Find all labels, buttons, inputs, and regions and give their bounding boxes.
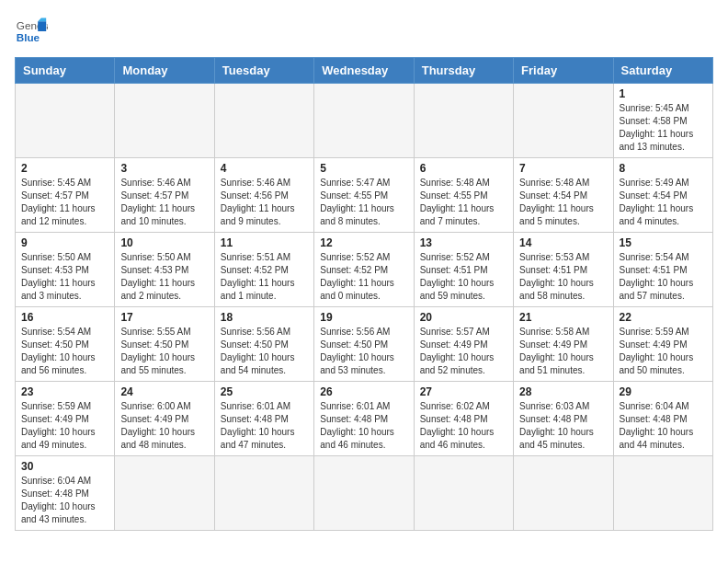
day-info: Sunrise: 5:50 AM Sunset: 4:53 PM Dayligh… <box>120 251 208 303</box>
weekday-header-tuesday: Tuesday <box>214 58 313 84</box>
calendar-row-6: 30Sunrise: 6:04 AM Sunset: 4:48 PM Dayli… <box>16 456 713 531</box>
day-info: Sunrise: 6:00 AM Sunset: 4:49 PM Dayligh… <box>120 400 208 452</box>
svg-text:Blue: Blue <box>17 31 40 43</box>
calendar-cell <box>115 84 214 158</box>
calendar-cell: 12Sunrise: 5:52 AM Sunset: 4:52 PM Dayli… <box>314 233 414 307</box>
day-number: 13 <box>420 236 507 249</box>
calendar-cell: 10Sunrise: 5:50 AM Sunset: 4:53 PM Dayli… <box>115 233 214 307</box>
day-info: Sunrise: 6:01 AM Sunset: 4:48 PM Dayligh… <box>221 400 308 452</box>
calendar-row-1: 1Sunrise: 5:45 AM Sunset: 4:58 PM Daylig… <box>16 84 713 158</box>
day-number: 5 <box>320 162 407 175</box>
calendar-cell: 16Sunrise: 5:54 AM Sunset: 4:50 PM Dayli… <box>16 307 115 382</box>
day-info: Sunrise: 5:54 AM Sunset: 4:50 PM Dayligh… <box>21 326 108 377</box>
day-number: 3 <box>120 162 208 175</box>
day-info: Sunrise: 5:49 AM Sunset: 4:54 PM Dayligh… <box>620 177 707 228</box>
weekday-header-friday: Friday <box>514 58 613 84</box>
day-info: Sunrise: 6:01 AM Sunset: 4:48 PM Dayligh… <box>320 400 407 452</box>
calendar-cell: 18Sunrise: 5:56 AM Sunset: 4:50 PM Dayli… <box>214 307 313 382</box>
calendar-cell <box>414 84 513 158</box>
day-info: Sunrise: 5:56 AM Sunset: 4:50 PM Dayligh… <box>221 326 308 377</box>
day-info: Sunrise: 5:51 AM Sunset: 4:52 PM Dayligh… <box>221 251 308 303</box>
day-info: Sunrise: 5:52 AM Sunset: 4:52 PM Dayligh… <box>320 251 407 303</box>
day-info: Sunrise: 5:57 AM Sunset: 4:49 PM Dayligh… <box>420 326 507 377</box>
day-number: 20 <box>420 311 507 324</box>
page-header: General Blue <box>15 15 713 48</box>
calendar-cell: 7Sunrise: 5:48 AM Sunset: 4:54 PM Daylig… <box>514 158 613 233</box>
calendar-cell: 24Sunrise: 6:00 AM Sunset: 4:49 PM Dayli… <box>115 382 214 456</box>
day-number: 14 <box>519 236 607 249</box>
day-number: 11 <box>221 236 308 249</box>
calendar-cell: 3Sunrise: 5:46 AM Sunset: 4:57 PM Daylig… <box>115 158 214 233</box>
calendar-cell: 1Sunrise: 5:45 AM Sunset: 4:58 PM Daylig… <box>613 84 712 158</box>
calendar-cell-empty <box>514 456 613 531</box>
calendar-cell-empty <box>314 456 414 531</box>
day-info: Sunrise: 5:48 AM Sunset: 4:55 PM Dayligh… <box>420 177 507 228</box>
calendar-cell: 26Sunrise: 6:01 AM Sunset: 4:48 PM Dayli… <box>314 382 414 456</box>
day-info: Sunrise: 5:45 AM Sunset: 4:58 PM Dayligh… <box>620 102 707 154</box>
calendar-cell <box>514 84 613 158</box>
day-info: Sunrise: 5:45 AM Sunset: 4:57 PM Dayligh… <box>21 177 108 228</box>
day-info: Sunrise: 5:52 AM Sunset: 4:51 PM Dayligh… <box>420 251 507 303</box>
day-info: Sunrise: 5:46 AM Sunset: 4:56 PM Dayligh… <box>221 177 308 228</box>
calendar-cell: 23Sunrise: 5:59 AM Sunset: 4:49 PM Dayli… <box>16 382 115 456</box>
calendar-cell-empty <box>214 456 313 531</box>
calendar-cell: 29Sunrise: 6:04 AM Sunset: 4:48 PM Dayli… <box>613 382 712 456</box>
day-info: Sunrise: 6:04 AM Sunset: 4:48 PM Dayligh… <box>620 400 707 452</box>
weekday-header-row: SundayMondayTuesdayWednesdayThursdayFrid… <box>16 58 713 84</box>
calendar-cell: 9Sunrise: 5:50 AM Sunset: 4:53 PM Daylig… <box>16 233 115 307</box>
calendar-cell: 15Sunrise: 5:54 AM Sunset: 4:51 PM Dayli… <box>613 233 712 307</box>
day-info: Sunrise: 5:58 AM Sunset: 4:49 PM Dayligh… <box>519 326 607 377</box>
day-number: 25 <box>221 385 308 398</box>
calendar-cell: 11Sunrise: 5:51 AM Sunset: 4:52 PM Dayli… <box>214 233 313 307</box>
calendar-cell-empty <box>613 456 712 531</box>
day-number: 10 <box>120 236 208 249</box>
day-number: 16 <box>21 311 108 324</box>
day-info: Sunrise: 5:56 AM Sunset: 4:50 PM Dayligh… <box>320 326 407 377</box>
calendar-cell: 19Sunrise: 5:56 AM Sunset: 4:50 PM Dayli… <box>314 307 414 382</box>
calendar-cell: 5Sunrise: 5:47 AM Sunset: 4:55 PM Daylig… <box>314 158 414 233</box>
calendar-cell: 30Sunrise: 6:04 AM Sunset: 4:48 PM Dayli… <box>16 456 115 531</box>
calendar-cell: 13Sunrise: 5:52 AM Sunset: 4:51 PM Dayli… <box>414 233 513 307</box>
day-info: Sunrise: 5:50 AM Sunset: 4:53 PM Dayligh… <box>21 251 108 303</box>
day-number: 4 <box>221 162 308 175</box>
svg-marker-2 <box>38 21 46 31</box>
day-number: 7 <box>519 162 607 175</box>
weekday-header-thursday: Thursday <box>414 58 513 84</box>
day-number: 22 <box>620 311 707 324</box>
calendar-table: SundayMondayTuesdayWednesdayThursdayFrid… <box>15 57 713 531</box>
calendar-cell: 25Sunrise: 6:01 AM Sunset: 4:48 PM Dayli… <box>214 382 313 456</box>
day-number: 17 <box>120 311 208 324</box>
day-info: Sunrise: 5:59 AM Sunset: 4:49 PM Dayligh… <box>620 326 707 377</box>
calendar-cell: 6Sunrise: 5:48 AM Sunset: 4:55 PM Daylig… <box>414 158 513 233</box>
calendar-cell: 22Sunrise: 5:59 AM Sunset: 4:49 PM Dayli… <box>613 307 712 382</box>
calendar-cell-empty <box>414 456 513 531</box>
weekday-header-saturday: Saturday <box>613 58 712 84</box>
day-number: 12 <box>320 236 407 249</box>
day-number: 2 <box>21 162 108 175</box>
day-number: 19 <box>320 311 407 324</box>
day-info: Sunrise: 5:53 AM Sunset: 4:51 PM Dayligh… <box>519 251 607 303</box>
day-number: 15 <box>620 236 707 249</box>
day-number: 21 <box>519 311 607 324</box>
weekday-header-sunday: Sunday <box>16 58 115 84</box>
day-info: Sunrise: 5:55 AM Sunset: 4:50 PM Dayligh… <box>120 326 208 377</box>
day-info: Sunrise: 6:03 AM Sunset: 4:48 PM Dayligh… <box>519 400 607 452</box>
day-info: Sunrise: 5:54 AM Sunset: 4:51 PM Dayligh… <box>620 251 707 303</box>
day-number: 24 <box>120 385 208 398</box>
calendar-row-5: 23Sunrise: 5:59 AM Sunset: 4:49 PM Dayli… <box>16 382 713 456</box>
day-number: 30 <box>21 460 108 473</box>
calendar-cell: 20Sunrise: 5:57 AM Sunset: 4:49 PM Dayli… <box>414 307 513 382</box>
calendar-cell: 28Sunrise: 6:03 AM Sunset: 4:48 PM Dayli… <box>514 382 613 456</box>
calendar-cell: 21Sunrise: 5:58 AM Sunset: 4:49 PM Dayli… <box>514 307 613 382</box>
day-number: 9 <box>21 236 108 249</box>
calendar-cell: 8Sunrise: 5:49 AM Sunset: 4:54 PM Daylig… <box>613 158 712 233</box>
calendar-cell <box>214 84 313 158</box>
day-info: Sunrise: 6:04 AM Sunset: 4:48 PM Dayligh… <box>21 475 108 526</box>
day-info: Sunrise: 5:46 AM Sunset: 4:57 PM Dayligh… <box>120 177 208 228</box>
day-info: Sunrise: 5:59 AM Sunset: 4:49 PM Dayligh… <box>21 400 108 452</box>
calendar-cell: 2Sunrise: 5:45 AM Sunset: 4:57 PM Daylig… <box>16 158 115 233</box>
calendar-row-2: 2Sunrise: 5:45 AM Sunset: 4:57 PM Daylig… <box>16 158 713 233</box>
weekday-header-wednesday: Wednesday <box>314 58 414 84</box>
calendar-row-4: 16Sunrise: 5:54 AM Sunset: 4:50 PM Dayli… <box>16 307 713 382</box>
calendar-cell: 27Sunrise: 6:02 AM Sunset: 4:48 PM Dayli… <box>414 382 513 456</box>
